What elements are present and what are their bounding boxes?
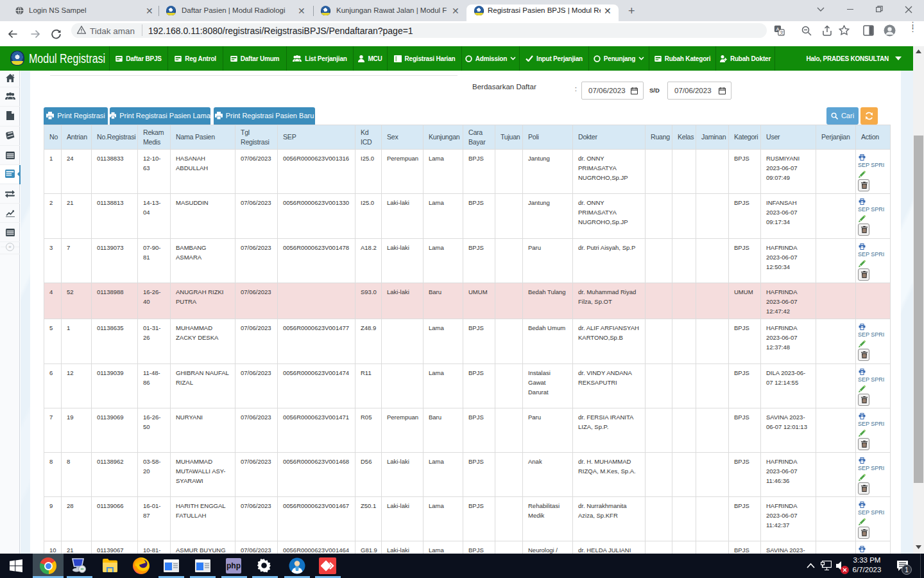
svg-text:文: 文 — [780, 30, 784, 35]
